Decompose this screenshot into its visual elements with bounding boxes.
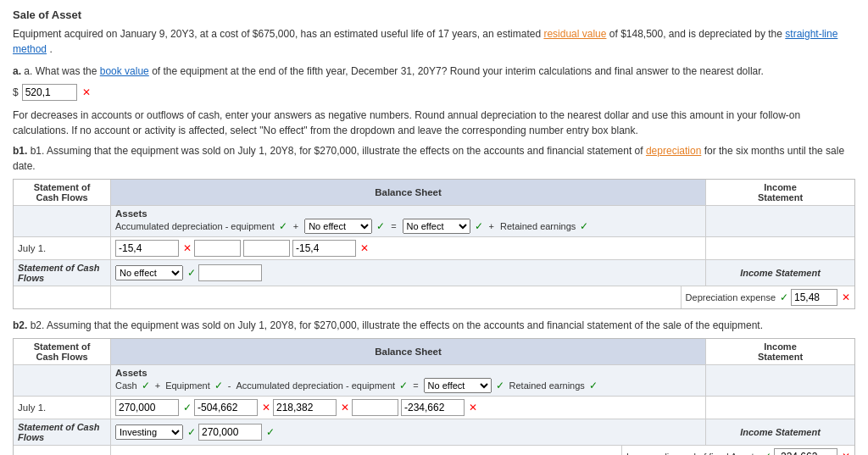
b2-equipment-label: Equipment	[165, 380, 210, 391]
b2-cf-label-cell: Statement of Cash Flows	[14, 419, 111, 445]
b1-assets-x[interactable]: ✕	[183, 242, 192, 254]
b2-cf-content: Investing ✓ ✓	[111, 419, 706, 445]
b1-acc-dep-label: Accumulated depreciation - equipment	[115, 221, 275, 231]
b1-no-effect-2-select[interactable]: No effect	[403, 219, 470, 234]
b1-no-effect-1-check: ✓	[376, 220, 385, 232]
b2-income-stmt-subheader	[706, 365, 854, 396]
b1-stockholders-input[interactable]	[292, 240, 356, 257]
b2-assets-label: Assets	[115, 368, 147, 378]
b2-no-effect-select[interactable]: No effect	[424, 378, 492, 393]
b1-july1-row: July 1. ✕ ✕	[14, 237, 854, 260]
b1-no-effect-2-value[interactable]	[243, 240, 290, 257]
b2-equipment-x[interactable]: ✕	[262, 402, 270, 413]
b2-cash-input[interactable]	[115, 399, 179, 416]
b2-section: Statement of Cash Flows Balance Sheet In…	[13, 338, 855, 455]
b2-stockholders-x[interactable]: ✕	[469, 402, 477, 413]
b2-is-content: Loss on disposal of fixed Assets ✓ ✕	[622, 446, 854, 455]
b2-acc-dep-check: ✓	[399, 380, 408, 391]
b1-balance-sheet-header-row: Statement of Cash Flows Balance Sheet In…	[14, 180, 854, 206]
question-a: a. a. What was the book value of the equ…	[13, 64, 855, 79]
b1-section: Statement of Cash Flows Balance Sheet In…	[13, 179, 855, 309]
b1-col-subheaders: Assets Accumulated depreciation - equipm…	[14, 206, 854, 237]
b1-is-spacer	[14, 286, 111, 308]
b2-is-row: Loss on disposal of fixed Assets ✓ ✕	[14, 446, 854, 455]
b2-cash-label: Cash	[115, 380, 137, 391]
cash-flow-note: For decreases in accounts or outflows of…	[13, 108, 855, 138]
b2-investing-input[interactable]	[198, 424, 262, 441]
b2-loss-input[interactable]	[774, 448, 837, 455]
b2-assets-subheader: Assets Cash ✓ + Equipment ✓ - Accumulate…	[111, 365, 706, 396]
b2-col-subheaders: Assets Cash ✓ + Equipment ✓ - Accumulate…	[14, 365, 854, 397]
b1-dep-expense-check: ✓	[780, 291, 788, 303]
b1-question: b1. b1. Assuming that the equipment was …	[13, 143, 855, 174]
dollar-sign: $	[13, 86, 19, 98]
b2-acc-dep-label: Accumulated depreciation - equipment	[236, 380, 395, 391]
page-title: Sale of Asset	[13, 8, 855, 21]
b1-no-effect-cf-select[interactable]: No effect	[115, 265, 183, 280]
b1-balance-sheet-banner: Balance Sheet	[111, 180, 706, 205]
b2-equipment-input[interactable]	[194, 399, 258, 416]
answer-a-row: $ ✕	[13, 84, 855, 101]
b2-scf-header-spacer: Statement of Cash Flows	[14, 339, 111, 364]
residual-value-link[interactable]: residual value	[543, 28, 606, 40]
b1-assets-label: Assets	[115, 208, 147, 219]
b1-retained-earnings-check: ✓	[580, 220, 588, 232]
b1-dep-expense-input[interactable]	[791, 289, 837, 306]
b2-acc-dep-x[interactable]: ✕	[341, 402, 349, 413]
b1-assets-data: ✕ ✕	[111, 237, 706, 259]
b1-no-effect-1-select[interactable]: No effect	[304, 219, 372, 234]
b1-date-cell: July 1.	[14, 237, 111, 259]
b2-no-effect-check: ✓	[496, 380, 504, 391]
b1-stockholders-x[interactable]: ✕	[360, 242, 369, 254]
b1-cf-content: No effect ✓	[111, 260, 706, 286]
b2-cash-check: ✓	[142, 380, 150, 391]
b2-cash-check-icon: ✓	[183, 402, 192, 413]
b2-investing-check2: ✓	[266, 426, 275, 438]
b1-scf-subheader	[14, 206, 111, 236]
b2-income-stmt-header: Income Statement	[706, 339, 854, 364]
b1-cf-row: Statement of Cash Flows No effect ✓ Inco…	[14, 260, 854, 286]
b2-july1-row: July 1. ✓ ✕ ✕ ✕	[14, 397, 854, 419]
b1-cf-label-cell: Statement of Cash Flows	[14, 260, 111, 286]
b2-assets-data: ✓ ✕ ✕ ✕	[111, 397, 706, 419]
book-value-link[interactable]: book value	[100, 65, 149, 77]
b2-investing-select[interactable]: Investing	[115, 424, 183, 440]
b2-liabilities-input[interactable]	[352, 399, 398, 416]
b2-stockholders-input[interactable]	[401, 399, 465, 416]
b1-plus-1: +	[293, 221, 298, 231]
b2-date-cell: July 1.	[14, 397, 111, 419]
b2-minus: -	[228, 380, 231, 391]
b1-is-content: Depreciation expense ✓ ✕	[682, 286, 854, 308]
b1-no-effect-1-value[interactable]	[194, 240, 241, 257]
b1-dep-expense-label: Depreciation expense	[686, 292, 776, 302]
b2-question: b2. b2. Assuming that the equipment was …	[13, 318, 855, 333]
b1-cf-value[interactable]	[198, 264, 262, 281]
b2-loss-check: ✓	[763, 451, 771, 455]
b2-equals: =	[413, 380, 418, 391]
b1-income-stmt-data	[706, 237, 854, 259]
b1-plus-2: +	[489, 221, 494, 231]
b1-assets-input[interactable]	[115, 240, 179, 257]
b2-cf-row: Statement of Cash Flows Investing ✓ ✓ In…	[14, 419, 854, 446]
intro-paragraph: Equipment acquired on January 9, 20Y3, a…	[13, 26, 855, 57]
b1-income-stmt-header: Income Statement	[706, 180, 854, 205]
b1-equals-1: =	[391, 221, 396, 231]
b1-is-content-left	[111, 286, 682, 308]
b2-loss-label: Loss on disposal of fixed Assets	[626, 452, 759, 455]
b2-plus-eq: +	[155, 380, 160, 391]
b1-scf-header-spacer: Statement of Cash Flows	[14, 180, 111, 205]
b1-cf-check: ✓	[187, 267, 196, 279]
b2-retained-earnings-label: Retained earnings	[509, 380, 585, 391]
answer-a-x[interactable]: ✕	[82, 86, 91, 98]
b1-acc-dep-check: ✓	[279, 220, 287, 232]
depreciation-link[interactable]: depreciation	[646, 145, 701, 157]
answer-a-input[interactable]	[22, 84, 77, 101]
b1-dep-expense-x[interactable]: ✕	[842, 291, 850, 303]
b2-income-stmt-data	[706, 397, 854, 419]
b2-loss-x[interactable]: ✕	[842, 451, 850, 455]
b1-no-effect-2-check: ✓	[475, 220, 483, 232]
b2-investing-check: ✓	[187, 426, 196, 438]
b2-balance-sheet-banner: Balance Sheet	[111, 339, 706, 364]
b2-acc-dep-input[interactable]	[273, 399, 337, 416]
b2-equipment-check: ✓	[214, 380, 223, 391]
